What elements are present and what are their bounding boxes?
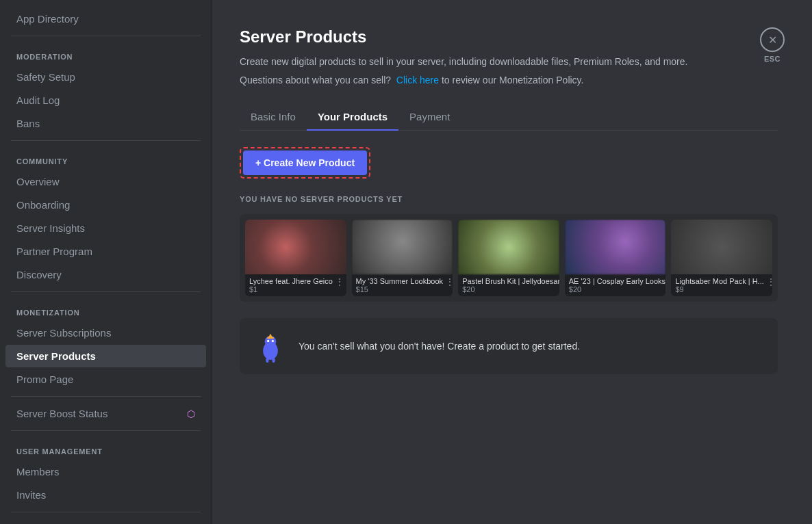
product-price-1: $1 bbox=[249, 285, 333, 293]
svg-rect-5 bbox=[267, 337, 274, 339]
product-name-5: Lightsaber Mod Pack | H... bbox=[675, 277, 763, 285]
svg-marker-4 bbox=[268, 334, 273, 338]
sidebar-item-partner-program[interactable]: Partner Program bbox=[5, 240, 206, 263]
sidebar-item-invites[interactable]: Invites bbox=[5, 484, 206, 506]
policy-description: Questions about what you can sell? Click… bbox=[240, 73, 778, 88]
product-card-3[interactable]: Pastel Brush Kit | Jellydoesart $20 ⋮ bbox=[458, 220, 559, 296]
product-dots-1[interactable]: ⋮ bbox=[333, 277, 344, 287]
divider bbox=[11, 512, 201, 512]
product-name-3: Pastel Brush Kit | Jellydoesart bbox=[462, 277, 559, 285]
sidebar-item-overview[interactable]: Overview bbox=[5, 170, 206, 193]
svg-point-3 bbox=[272, 340, 274, 342]
product-price-3: $20 bbox=[462, 285, 559, 293]
product-dots-5[interactable]: ⋮ bbox=[764, 277, 772, 287]
questions-text: Questions about what you can sell? bbox=[240, 75, 391, 86]
product-card-info-5: Lightsaber Mod Pack | H... $9 ⋮ bbox=[671, 274, 772, 296]
divider bbox=[11, 430, 201, 431]
sidebar-item-promo-page[interactable]: Promo Page bbox=[5, 368, 206, 391]
create-new-product-button[interactable]: + Create New Product bbox=[243, 150, 367, 175]
sidebar-item-server-insights[interactable]: Server Insights bbox=[5, 217, 206, 239]
description-text: Create new digital products to sell in y… bbox=[240, 56, 687, 67]
empty-state-text: You can't sell what you don't have! Crea… bbox=[299, 341, 580, 352]
sidebar-item-server-subscriptions[interactable]: Server Subscriptions bbox=[5, 322, 206, 344]
product-name-4: AE '23 | Cosplay Early Looks bbox=[569, 277, 665, 285]
product-card-info-1: Lychee feat. Jhere Geico $1 ⋮ bbox=[245, 274, 346, 296]
product-thumb-2 bbox=[352, 220, 453, 274]
sidebar-item-app-directory[interactable]: App Directory bbox=[5, 8, 206, 30]
esc-circle: ✕ bbox=[760, 27, 785, 52]
product-thumb-1 bbox=[245, 220, 346, 274]
product-card-4[interactable]: AE '23 | Cosplay Early Looks $20 ⋮ bbox=[565, 220, 666, 296]
page-title: Server Products bbox=[240, 27, 778, 47]
sidebar-item-bans[interactable]: Bans bbox=[5, 112, 206, 135]
sidebar-item-delete-server[interactable]: Delete Server 🗑 bbox=[5, 518, 206, 524]
boost-icon: ⬡ bbox=[187, 408, 195, 419]
policy-text: to review our Monetization Policy. bbox=[442, 75, 584, 86]
product-price-4: $20 bbox=[569, 285, 665, 293]
tab-payment[interactable]: Payment bbox=[398, 104, 461, 131]
product-thumb-3 bbox=[458, 220, 559, 274]
product-card-info-3: Pastel Brush Kit | Jellydoesart $20 ⋮ bbox=[458, 274, 559, 296]
product-name-1: Lychee feat. Jhere Geico bbox=[249, 277, 333, 285]
svg-rect-6 bbox=[266, 358, 268, 363]
svg-rect-7 bbox=[272, 358, 275, 363]
divider bbox=[11, 291, 201, 292]
esc-button[interactable]: ✕ ESC bbox=[760, 27, 785, 63]
section-label-monetization: Monetization bbox=[0, 298, 212, 321]
section-label-moderation: Moderation bbox=[0, 42, 212, 65]
page-description: Create new digital products to sell in y… bbox=[240, 55, 778, 69]
sidebar-item-audit-log[interactable]: Audit Log bbox=[5, 89, 206, 112]
section-label-community: Community bbox=[0, 146, 212, 170]
divider bbox=[11, 396, 201, 397]
product-dots-2[interactable]: ⋮ bbox=[443, 277, 453, 287]
section-label-user-management: User Management bbox=[0, 436, 212, 460]
divider bbox=[11, 36, 201, 36]
click-here-link[interactable]: Click here bbox=[396, 75, 439, 86]
esc-label: ESC bbox=[764, 55, 781, 63]
mascot-icon bbox=[253, 329, 288, 363]
sidebar-item-members[interactable]: Members bbox=[5, 460, 206, 483]
empty-state: You can't sell what you don't have! Crea… bbox=[240, 318, 778, 374]
product-card-1[interactable]: Lychee feat. Jhere Geico $1 ⋮ bbox=[245, 220, 346, 296]
svg-point-2 bbox=[267, 340, 269, 342]
product-price-5: $9 bbox=[675, 285, 763, 293]
products-strip: Lychee feat. Jhere Geico $1 ⋮ My '33 Sum… bbox=[240, 214, 778, 302]
product-card-5[interactable]: Lightsaber Mod Pack | H... $9 ⋮ bbox=[671, 220, 772, 296]
product-card-info-4: AE '23 | Cosplay Early Looks $20 ⋮ bbox=[565, 274, 666, 296]
main-content: ✕ ESC Server Products Create new digital… bbox=[212, 0, 812, 524]
product-thumb-4 bbox=[565, 220, 666, 274]
sidebar-item-onboarding[interactable]: Onboarding bbox=[5, 194, 206, 216]
sidebar-item-server-products[interactable]: Server Products bbox=[5, 345, 206, 367]
sidebar: App Directory Moderation Safety Setup Au… bbox=[0, 0, 212, 524]
sidebar-item-discovery[interactable]: Discovery bbox=[5, 263, 206, 286]
sidebar-item-safety-setup[interactable]: Safety Setup bbox=[5, 66, 206, 88]
tab-basic-info[interactable]: Basic Info bbox=[240, 104, 307, 131]
tab-bar: Basic Info Your Products Payment bbox=[240, 104, 778, 131]
product-card-2[interactable]: My '33 Summer Lookbook $15 ⋮ bbox=[352, 220, 453, 296]
create-btn-wrapper: + Create New Product bbox=[240, 147, 370, 179]
product-thumb-5 bbox=[671, 220, 772, 274]
product-name-2: My '33 Summer Lookbook bbox=[356, 277, 443, 285]
divider bbox=[11, 140, 201, 141]
product-price-2: $15 bbox=[356, 285, 443, 293]
tab-content: + Create New Product YOU HAVE NO SERVER … bbox=[240, 131, 778, 391]
tab-your-products[interactable]: Your Products bbox=[307, 104, 398, 131]
no-products-label: YOU HAVE NO SERVER PRODUCTS YET bbox=[240, 195, 778, 203]
product-card-info-2: My '33 Summer Lookbook $15 ⋮ bbox=[352, 274, 453, 296]
sidebar-item-server-boost-status[interactable]: Server Boost Status ⬡ bbox=[5, 402, 206, 425]
